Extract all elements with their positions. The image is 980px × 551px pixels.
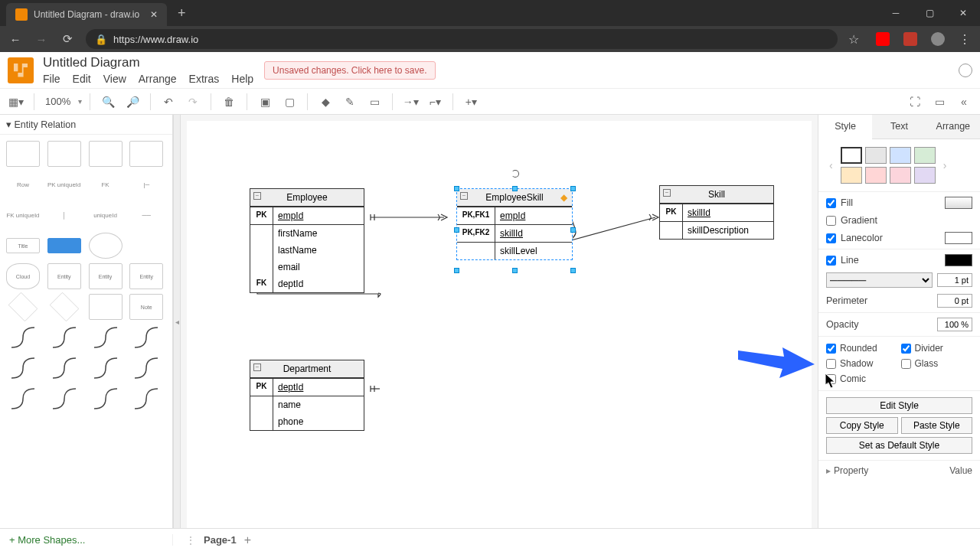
lanecolor-checkbox[interactable] [826,233,836,243]
undo-icon[interactable]: ↶ [158,92,178,112]
shape-col[interactable]: │ [47,202,81,228]
shape-conn-5[interactable] [6,355,40,381]
entity-employee-skill[interactable]: −EmployeeSkill◆ PK,FK1empId PK,FK2skillI… [456,188,573,260]
menu-view[interactable]: View [103,73,126,85]
entity-skill[interactable]: −Skill PKskillId skillDescription [659,185,774,240]
shadow-icon[interactable]: ▭ [364,92,384,112]
document-title[interactable]: Untitled Diagram [43,55,253,70]
insert-icon[interactable]: +▾ [461,92,481,112]
line-color-icon[interactable]: ✎ [340,92,360,112]
add-page-button[interactable]: + [244,533,251,547]
to-front-icon[interactable]: ▣ [255,92,275,112]
zoom-in-icon[interactable]: 🔍 [98,92,118,112]
shape-fk3[interactable]: FK uniqueId [6,202,40,228]
extension-icon[interactable] [903,32,917,46]
shape-conn-11[interactable] [89,386,122,412]
shape-title-rect[interactable]: Title [6,238,40,253]
comic-checkbox[interactable] [826,374,836,384]
shape-conn-4[interactable] [129,324,163,350]
lanecolor-button[interactable] [945,232,972,244]
opacity-field[interactable] [937,318,972,331]
shape-conn-7[interactable] [89,355,122,381]
menu-edit[interactable]: Edit [73,73,91,85]
menu-help[interactable]: Help [231,73,253,85]
collapse-icon[interactable]: − [253,364,261,371]
fullscreen-icon[interactable]: ⛶ [905,92,925,112]
zoom-out-icon[interactable]: 🔎 [122,92,142,112]
shape-fk2[interactable]: |─ [129,171,163,197]
fill-color-button[interactable] [945,197,972,209]
forward-icon[interactable]: → [34,31,49,47]
youtube-icon[interactable] [876,32,890,46]
copy-style-button[interactable]: Copy Style [826,417,898,434]
shape-conn-6[interactable] [47,355,81,381]
shape-conn-2[interactable] [47,324,81,350]
fill-checkbox[interactable] [826,198,836,208]
shape-diamond-1[interactable] [8,292,38,322]
shape-cloud[interactable]: Cloud [6,263,40,289]
swatch-7[interactable] [890,167,911,184]
collapse-icon[interactable]: − [253,192,261,200]
menu-file[interactable]: File [43,73,60,85]
line-style-select[interactable]: ───── [826,272,933,288]
shape-line[interactable]: ── [129,202,163,228]
paste-style-button[interactable]: Paste Style [901,417,973,434]
sidebar-collapse[interactable]: ◂ [173,115,181,528]
unsaved-changes-button[interactable]: Unsaved changes. Click here to save. [264,61,435,80]
swatch-8[interactable] [914,167,936,184]
swatch-1[interactable] [841,147,862,164]
browser-tab[interactable]: Untitled Diagram - draw.io ✕ [6,3,167,26]
connection-icon[interactable]: →▾ [400,92,420,112]
glass-checkbox[interactable] [901,359,911,369]
tab-arrange[interactable]: Arrange [926,115,980,139]
collapse-icon[interactable]: − [460,192,468,200]
shape-fk1[interactable]: FK [89,171,122,197]
format-panel-icon[interactable]: ▭ [929,92,949,112]
shape-conn-10[interactable] [47,386,81,412]
entity-employee[interactable]: −Employee PKempId firstName lastName ema… [250,188,364,293]
next-swatches-icon[interactable]: › [940,159,950,171]
shape-entity-1[interactable]: Entity [47,263,81,289]
tab-text[interactable]: Text [872,115,926,139]
more-shapes-button[interactable]: + More Shapes... [0,534,173,546]
menu-extras[interactable]: Extras [189,73,220,85]
shape-note[interactable]: Note [129,294,163,320]
resize-handle-s[interactable] [512,268,518,273]
minimize-icon[interactable]: ─ [879,0,913,26]
resize-handle-nw[interactable] [454,186,459,191]
line-color-button[interactable] [945,254,972,266]
star-icon[interactable]: ☆ [848,32,862,46]
perimeter-field[interactable] [937,294,972,308]
menu-icon[interactable]: ⋮ [959,32,972,46]
view-menu-button[interactable]: ▦▾ [6,92,26,112]
resize-handle-ne[interactable] [570,186,576,191]
resize-handle-se[interactable] [570,268,576,273]
redo-icon[interactable]: ↷ [183,92,203,112]
shape-multi[interactable] [89,294,122,320]
resize-handle-n[interactable] [512,186,518,191]
shape-entity-3[interactable]: Entity [129,263,163,289]
avatar-icon[interactable] [931,32,945,46]
shape-category-header[interactable]: ▾ Entity Relation [0,115,172,135]
url-field[interactable]: 🔒 https://www.draw.io [86,29,838,49]
rounded-checkbox[interactable] [826,344,836,354]
new-tab-button[interactable]: + [173,5,191,21]
shape-conn-8[interactable] [129,355,163,381]
zoom-level[interactable]: 100% [42,96,74,107]
reload-icon[interactable]: ⟳ [60,31,75,47]
divider-checkbox[interactable] [901,344,911,354]
shape-conn-12[interactable] [129,386,163,412]
shape-uid[interactable]: uniqueId [89,202,122,228]
back-icon[interactable]: ← [8,31,23,47]
swatch-4[interactable] [914,147,936,164]
shape-conn-3[interactable] [89,324,122,350]
edit-style-button[interactable]: Edit Style [826,397,972,414]
resize-handle-sw[interactable] [454,268,459,273]
shape-conn-9[interactable] [6,386,40,412]
shape-attribute[interactable] [89,233,122,259]
page-menu-icon[interactable]: ⋮ [185,534,196,546]
to-back-icon[interactable]: ▢ [279,92,299,112]
shape-table-1[interactable] [6,141,40,167]
entity-department[interactable]: −Department PKdeptId name phone [250,360,364,431]
resize-handle-e[interactable] [570,227,576,233]
